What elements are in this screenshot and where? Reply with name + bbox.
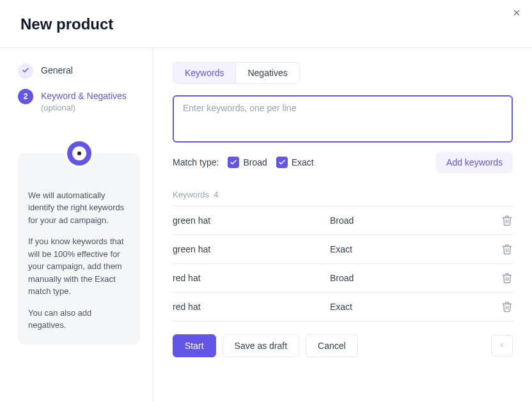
step-label-general: General <box>41 63 73 77</box>
trash-icon <box>501 304 513 314</box>
trash-icon <box>501 218 513 228</box>
help-p3: You can also add negatives. <box>28 307 130 332</box>
keywords-list-header-label: Keywords <box>173 190 209 199</box>
close-button[interactable] <box>510 8 523 20</box>
page-title: New product <box>20 15 113 33</box>
help-p1: We will automatically identify the right… <box>28 189 130 227</box>
keyword-row: red hatExact <box>173 293 513 321</box>
trash-icon <box>501 275 513 286</box>
step-sub-keywords: (optional) <box>41 103 127 112</box>
delete-keyword-button[interactable] <box>501 272 513 284</box>
delete-keyword-button[interactable] <box>501 301 513 313</box>
step-keywords[interactable]: 2 Keyword & Negatives (optional) <box>18 89 140 112</box>
check-icon <box>22 66 29 76</box>
keyword-cell: green hat <box>173 244 330 254</box>
checkbox-exact-box <box>276 157 288 168</box>
step-general[interactable]: General <box>18 63 140 79</box>
checkbox-exact[interactable]: Exact <box>276 157 314 168</box>
step-label-keywords: Keyword & Negatives <box>41 89 127 103</box>
step-badge-general <box>18 63 33 79</box>
start-button[interactable]: Start <box>173 334 216 357</box>
tab-negatives[interactable]: Negatives <box>235 63 299 83</box>
main-panel: Keywords Negatives Match type: Broad Exa… <box>153 48 532 402</box>
dialog-body: General 2 Keyword & Negatives (optional)… <box>0 48 532 402</box>
tabs: Keywords Negatives <box>173 62 300 84</box>
help-p2: If you know keywords that will be 100% e… <box>28 235 130 298</box>
checkbox-broad-label: Broad <box>243 157 267 167</box>
keywords-count: 4 <box>214 190 218 199</box>
avatar <box>65 139 93 167</box>
delete-keyword-button[interactable] <box>501 215 513 226</box>
keyword-row: red hatBroad <box>173 264 513 293</box>
keywords-input[interactable] <box>173 95 513 143</box>
sidebar: General 2 Keyword & Negatives (optional)… <box>0 48 153 402</box>
chevron-left-icon <box>498 340 506 352</box>
keyword-cell: red hat <box>173 273 330 283</box>
match-type-cell: Broad <box>330 215 487 226</box>
cancel-button[interactable]: Cancel <box>306 334 358 357</box>
match-type-cell: Broad <box>330 273 487 283</box>
trash-icon <box>501 247 513 257</box>
close-icon <box>512 8 522 20</box>
match-type-cell: Exact <box>330 302 487 312</box>
checkbox-exact-label: Exact <box>292 157 314 167</box>
tab-keywords[interactable]: Keywords <box>173 63 235 83</box>
delete-keyword-button[interactable] <box>501 244 513 255</box>
keyword-cell: green hat <box>173 215 330 226</box>
footer-actions: Start Save as draft Cancel <box>173 334 513 357</box>
match-row: Match type: Broad Exact Add keywords <box>173 151 513 173</box>
add-keywords-button[interactable]: Add keywords <box>436 151 513 173</box>
keyword-row: green hatBroad <box>173 206 513 235</box>
robot-icon <box>72 146 86 160</box>
keywords-list: green hatBroadgreen hatExactred hatBroad… <box>173 206 513 321</box>
step-badge-keywords: 2 <box>18 89 33 104</box>
save-draft-button[interactable]: Save as draft <box>223 334 300 357</box>
keyword-cell: red hat <box>173 302 330 312</box>
help-card: We will automatically identify the right… <box>18 153 140 344</box>
checkbox-broad[interactable]: Broad <box>228 157 267 168</box>
checkbox-broad-box <box>228 157 239 168</box>
match-type-label: Match type: <box>173 157 219 167</box>
match-type-cell: Exact <box>330 244 487 254</box>
keyword-row: green hatExact <box>173 235 513 264</box>
keywords-list-header: Keywords 4 <box>173 190 513 206</box>
dialog-header: New product <box>0 0 532 48</box>
prev-page-button[interactable] <box>491 335 513 357</box>
